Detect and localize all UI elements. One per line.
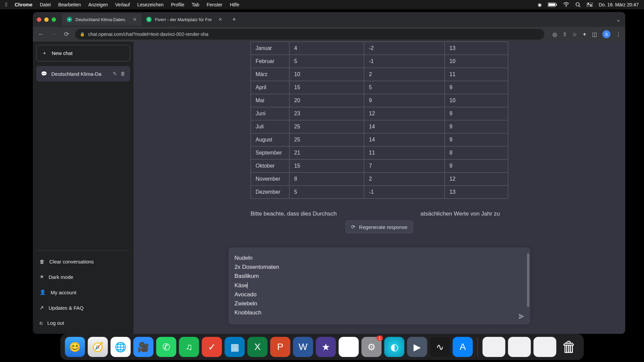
table-cell: 13 — [445, 186, 508, 199]
table-cell: 13 — [445, 42, 508, 55]
tab-chatgpt[interactable]: ✦ Deutschland Klima-Daten. ✕ — [62, 13, 142, 25]
tab-title: Deutschland Klima-Daten. — [75, 17, 126, 22]
fiverr-favicon-icon: fi — [146, 17, 152, 22]
menu-bearbeiten[interactable]: Bearbeiten — [58, 2, 81, 7]
menubar-datetime[interactable]: Do. 16. März 20:47 — [599, 2, 639, 7]
dock-trash[interactable]: 🗑 — [559, 337, 579, 357]
spotlight-icon[interactable] — [575, 2, 581, 7]
table-cell: April — [251, 81, 289, 94]
table-cell: 9 — [364, 94, 445, 107]
share-icon[interactable]: ⇧ — [562, 31, 567, 38]
dock-chrome[interactable]: 🌐 — [111, 337, 131, 357]
table-cell: November — [251, 173, 289, 186]
message-input[interactable]: Nudeln2x DosentomatenBasilikumKäseAvocad… — [228, 247, 530, 324]
table-cell: -1 — [364, 186, 445, 199]
dock-minimized-2[interactable] — [508, 337, 531, 357]
table-cell: 9 — [445, 120, 508, 133]
updates-faq-button[interactable]: ↗ Updates & FAQ — [36, 300, 130, 315]
table-cell: 4 — [289, 42, 364, 55]
close-tab-icon[interactable]: ✕ — [218, 17, 222, 22]
edit-icon[interactable]: ✎ — [113, 71, 117, 77]
dock-word[interactable]: W — [293, 337, 313, 357]
profile-avatar[interactable]: S — [602, 30, 610, 38]
table-cell: 25 — [289, 133, 364, 146]
menu-profile[interactable]: Profile — [171, 2, 184, 7]
svg-rect-7 — [587, 5, 593, 7]
address-bar: ← → ⟳ 🔒 chat.openai.com/chat?model=text-… — [33, 27, 625, 42]
url-input[interactable]: 🔒 chat.openai.com/chat?model=text-davinc… — [75, 29, 544, 40]
apple-logo-icon[interactable]:  — [5, 2, 7, 8]
dock-trello[interactable]: ▦ — [225, 337, 245, 357]
side-panel-icon[interactable]: ◫ — [592, 31, 597, 38]
table-cell: 8 — [289, 173, 364, 186]
trash-icon[interactable]: 🗑 — [120, 71, 125, 77]
dock-siri[interactable]: ◐ — [384, 337, 405, 357]
menu-lesezeichen[interactable]: Lesezeichen — [137, 2, 164, 7]
table-cell: 23 — [289, 107, 364, 120]
dock-spotify[interactable]: ♫ — [179, 337, 199, 357]
dock-whatsapp[interactable]: ✆ — [156, 337, 176, 357]
external-link-icon: ↗ — [40, 305, 44, 311]
reload-button[interactable]: ⟳ — [62, 31, 70, 38]
wifi-icon[interactable] — [563, 2, 569, 7]
regenerate-button[interactable]: ⟳ Regenerate response — [345, 221, 413, 233]
menu-datei[interactable]: Datei — [40, 2, 51, 7]
dock-separator — [478, 338, 478, 356]
menu-verlauf[interactable]: Verlauf — [115, 2, 130, 7]
close-tab-icon[interactable]: ✕ — [133, 17, 137, 22]
dock-audio[interactable]: ∿ — [430, 337, 450, 357]
dock-zoom[interactable]: 🎥 — [133, 337, 154, 357]
record-icon[interactable]: ◉ — [538, 2, 542, 7]
svg-point-3 — [566, 6, 567, 7]
dock-appstore[interactable]: A — [453, 337, 473, 357]
table-cell: 11 — [445, 68, 508, 81]
dock-settings[interactable]: ⚙1 — [362, 337, 382, 357]
menu-anzeigen[interactable]: Anzeigen — [88, 2, 108, 7]
tab-fiverr[interactable]: fi Fiverr - der Marktplatz für Fre ✕ — [142, 13, 227, 25]
dock-minimized-1[interactable] — [483, 337, 505, 357]
forward-button[interactable]: → — [50, 31, 58, 38]
new-chat-button[interactable]: ＋ New chat — [36, 45, 130, 61]
table-cell: Februar — [251, 55, 289, 68]
back-button[interactable]: ← — [37, 31, 45, 38]
dock-powerpoint[interactable]: P — [270, 337, 290, 357]
menu-hilfe[interactable]: Hilfe — [230, 2, 239, 7]
google-lens-icon[interactable]: ◎ — [552, 31, 557, 38]
menu-app[interactable]: Chrome — [15, 2, 33, 7]
control-center-icon[interactable] — [587, 3, 593, 7]
table-cell: 21 — [289, 146, 364, 160]
messages-scroll[interactable]: Januar4-213Februar5-110März10211April155… — [133, 42, 625, 218]
chat-history-item[interactable]: 💬 Deutschland Klima-Da ✎ 🗑 — [36, 66, 130, 81]
extensions-icon[interactable]: ✦ — [582, 31, 587, 38]
dock-finder[interactable]: 😊 — [65, 337, 85, 357]
dock-safari[interactable]: 🧭 — [88, 337, 108, 357]
menu-tab[interactable]: Tab — [192, 2, 199, 7]
new-tab-button[interactable]: + — [229, 14, 239, 24]
bookmark-star-icon[interactable]: ☆ — [572, 31, 577, 38]
logout-button[interactable]: ⎋ Log out — [36, 315, 130, 330]
dock-excel[interactable]: X — [248, 337, 268, 357]
tab-overflow-icon[interactable]: ⌄ — [616, 16, 621, 23]
regenerate-label: Regenerate response — [359, 224, 407, 230]
svg-rect-2 — [556, 4, 557, 6]
table-row: September21118 — [251, 146, 508, 160]
input-scrollbar[interactable] — [527, 253, 529, 307]
dock-drive[interactable]: ▲ — [339, 337, 359, 357]
dock-imovie[interactable]: ★ — [316, 337, 336, 357]
kebab-menu-icon[interactable]: ⋮ — [616, 31, 621, 38]
table-cell: 20 — [289, 94, 364, 107]
refresh-icon: ⟳ — [351, 224, 356, 230]
my-account-button[interactable]: 👤 My account — [36, 285, 130, 300]
menu-fenster[interactable]: Fenster — [207, 2, 222, 7]
dock-todoist[interactable]: ✓ — [202, 337, 222, 357]
clear-conversations-button[interactable]: 🗑 Clear conversations — [36, 254, 130, 269]
dock-minimized-3[interactable] — [534, 337, 556, 357]
dock-quicktime[interactable]: ▶ — [407, 337, 427, 357]
close-window-button[interactable] — [37, 17, 41, 22]
battery-icon[interactable] — [548, 2, 557, 7]
minimize-window-button[interactable] — [44, 17, 49, 22]
maximize-window-button[interactable] — [52, 17, 56, 22]
dark-mode-button[interactable]: ☀ Dark mode — [36, 269, 130, 285]
send-icon[interactable] — [518, 313, 525, 320]
svg-rect-1 — [548, 3, 555, 6]
